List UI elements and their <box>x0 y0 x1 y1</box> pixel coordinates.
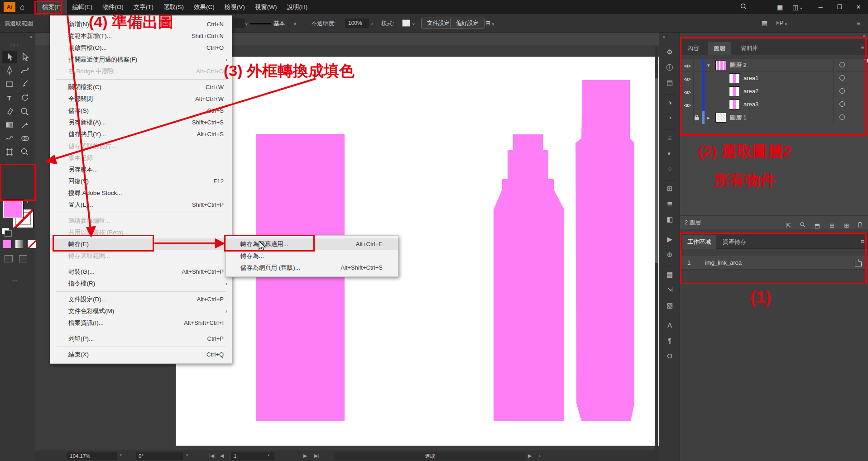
pen-tool[interactable] <box>2 64 17 77</box>
color-panel-icon[interactable]: ◑ <box>659 99 680 106</box>
artboard-page-icon[interactable] <box>855 259 862 266</box>
swap-fill-stroke-icon[interactable]: ⇄ <box>26 198 30 204</box>
paragraph-panel-icon[interactable]: ¶ <box>659 337 680 344</box>
magic-wand-tool[interactable] <box>18 105 32 118</box>
panel-menu-icon[interactable]: ≡ <box>857 19 860 27</box>
last-artboard-icon[interactable]: ▶| <box>314 453 319 459</box>
lock-icon[interactable] <box>694 114 700 121</box>
layer-thumbnail[interactable] <box>715 113 726 123</box>
artboard-caret-icon[interactable]: ∨ <box>267 453 270 457</box>
artboard-name[interactable]: img_link_area <box>705 256 742 270</box>
menubar-item-8[interactable]: 視窗(W) <box>250 0 282 14</box>
layer-target-circle[interactable] <box>839 114 845 120</box>
artboards-panel-icon[interactable]: ▦ <box>659 271 680 279</box>
gradient-tool[interactable] <box>2 119 17 131</box>
rectangle-tool[interactable] <box>2 78 17 90</box>
rotate-tool[interactable] <box>18 91 32 104</box>
file-menu-item-11[interactable]: 儲存拷貝(Y)...Alt+Ctrl+S <box>50 128 232 140</box>
layer-name[interactable]: 圖層 1 <box>730 111 747 124</box>
eye-icon[interactable] <box>684 103 691 108</box>
eye-icon[interactable] <box>684 63 691 69</box>
actions-panel-icon[interactable]: ▶ <box>659 235 680 243</box>
workspace-switcher-icon[interactable]: ◫ ▾ <box>792 4 802 11</box>
menubar-item-2[interactable]: 編輯(E) <box>67 0 97 14</box>
rotation-field[interactable]: 0° <box>136 452 183 460</box>
minimize-button[interactable]: ─ <box>811 0 830 14</box>
status-display[interactable]: 選取 <box>335 452 525 460</box>
new-sublayer-icon[interactable]: ⊞ <box>830 219 834 233</box>
file-menu-item-10[interactable]: 另存新檔(A)...Shift+Ctrl+S <box>50 117 232 128</box>
scroll-left-icon[interactable]: ‹ <box>539 453 541 458</box>
layer-target-circle[interactable] <box>839 75 845 81</box>
next-artboard-icon[interactable]: ▶ <box>303 453 307 459</box>
links-panel-icon[interactable]: ⊕ <box>659 251 680 259</box>
layer-row-area2[interactable]: area2 <box>680 85 868 98</box>
menubar-item-7[interactable]: 檢視(V) <box>220 0 250 14</box>
tab-libraries[interactable]: 資料庫 <box>735 42 764 55</box>
file-menu-item-1[interactable]: 新增(N)...Ctrl+N <box>50 19 232 30</box>
maximize-button[interactable]: ❐ <box>830 0 849 14</box>
artboard-tool[interactable] <box>2 146 17 158</box>
tab-artboards[interactable]: 工作區域 <box>682 235 716 249</box>
layer-name[interactable]: area2 <box>743 85 758 98</box>
file-menu-item-25[interactable]: 指令檔(R)› <box>50 278 232 290</box>
menubar-item-1[interactable]: 檔案(F) <box>37 0 67 14</box>
arrange-documents-icon[interactable]: ▦ <box>777 4 783 11</box>
direct-selection-tool[interactable] <box>18 51 32 63</box>
draw-mode-icon[interactable] <box>5 255 13 262</box>
layer-row-area1[interactable]: area1 <box>680 72 868 85</box>
new-layer-icon[interactable]: ⊞ <box>844 219 849 233</box>
eyedropper-tool[interactable] <box>18 119 32 131</box>
eraser-tool[interactable] <box>2 105 17 118</box>
prev-artboard-icon[interactable]: ◀ <box>220 453 224 459</box>
file-menu-item-17[interactable]: 置入(L)...Shift+Ctrl+P <box>50 199 232 211</box>
file-menu-item-27[interactable]: 文件設定(D)...Alt+Ctrl+P <box>50 294 232 305</box>
grid-icon[interactable]: ▦ <box>762 19 767 27</box>
file-menu-item-2[interactable]: 從範本新增(T)...Shift+Ctrl+N <box>50 30 232 42</box>
image-trace-panel-icon[interactable]: ▧ <box>659 301 680 309</box>
menubar-item-9[interactable]: 說明(H) <box>282 0 312 14</box>
tab-properties[interactable]: 內容 <box>682 42 705 55</box>
stroke-color-well[interactable] <box>234 19 245 28</box>
default-fill-stroke-icon[interactable] <box>2 228 9 234</box>
locate-object-icon[interactable] <box>800 219 806 233</box>
file-menu-item-9[interactable]: 儲存(S)Ctrl+S <box>50 105 232 117</box>
collapse-dock-icon[interactable]: » <box>863 33 865 38</box>
layer-name[interactable]: area1 <box>743 72 758 85</box>
file-menu-item-3[interactable]: 開啟舊檔(O)...Ctrl+O <box>50 42 232 54</box>
eye-icon[interactable] <box>684 76 691 82</box>
color-mode-gradient[interactable] <box>15 240 24 248</box>
artboard-row[interactable]: 1 img_link_area <box>680 256 868 270</box>
layers-panel-menu-icon[interactable]: ≡ <box>861 43 864 51</box>
file-menu-item-7[interactable]: 關閉檔案(C)Ctrl+W <box>50 81 232 93</box>
file-menu-item-14[interactable]: 另存範本... <box>50 164 232 176</box>
menubar-item-4[interactable]: 文字(T) <box>129 0 158 14</box>
preferences-button[interactable]: 偏好設定 <box>450 18 484 29</box>
menubar-item-5[interactable]: 選取(S) <box>158 0 189 14</box>
artboards-panel-menu-icon[interactable]: ≡ <box>861 238 864 245</box>
info-panel-icon[interactable]: ⓘ <box>659 63 680 72</box>
tab-asset-export[interactable]: 資產轉存 <box>717 235 752 249</box>
selection-tool[interactable] <box>2 51 17 63</box>
close-button[interactable]: ✕ <box>849 0 868 14</box>
character-panel-icon[interactable]: A <box>659 321 680 329</box>
home-icon[interactable]: ⌂ <box>20 1 24 13</box>
file-menu-item-21[interactable]: 轉存(E)› <box>50 238 232 250</box>
layer-thumbnail[interactable] <box>729 86 740 96</box>
color-guide-panel-icon[interactable]: ◔ <box>659 114 680 122</box>
eye-icon[interactable] <box>684 90 691 95</box>
status-play-icon[interactable]: ▶ <box>528 453 532 459</box>
paintbrush-tool[interactable] <box>18 78 32 90</box>
stroke-panel-icon[interactable]: ≡ <box>659 134 680 142</box>
color-mode-none[interactable] <box>27 240 36 248</box>
layer-name[interactable]: area3 <box>743 98 758 111</box>
collect-for-export-icon[interactable]: ⇱ <box>786 219 791 233</box>
shape-builder-tool[interactable] <box>18 132 32 145</box>
pathfinder-panel-icon[interactable]: ◧ <box>659 215 680 223</box>
layer-target-circle[interactable] <box>839 62 845 67</box>
file-menu-item-8[interactable]: 全部關閉Alt+Ctrl+W <box>50 93 232 105</box>
rotation-caret-icon[interactable]: ∨ <box>186 453 188 457</box>
align-options-icon[interactable]: ⊞ ∨ <box>485 19 494 27</box>
snap-options-icon[interactable]: ⊧P ∨ <box>776 19 787 27</box>
export-submenu-item-3[interactable]: 儲存為網頁用 (舊版)...Alt+Shift+Ctrl+S <box>226 262 398 274</box>
